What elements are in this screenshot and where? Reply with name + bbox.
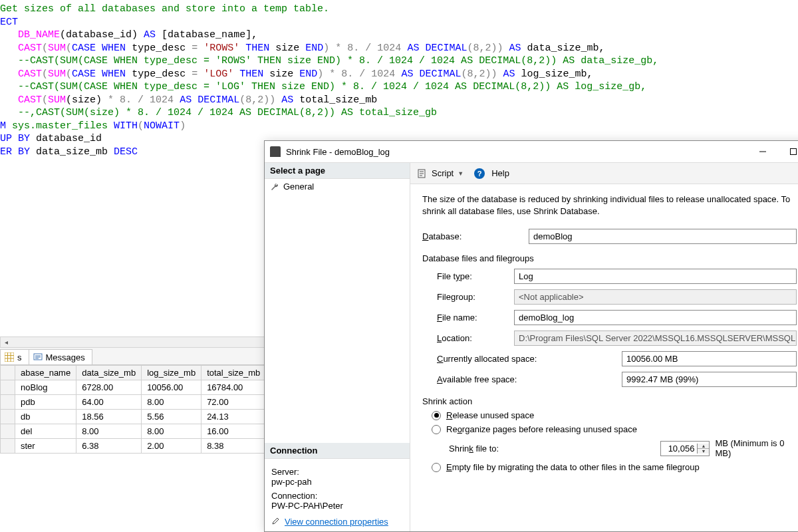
shrink-action-title: Shrink action [422, 396, 797, 406]
grid-cell[interactable]: 24.13 [201, 410, 266, 424]
col-header[interactable]: log_size_mb [142, 366, 201, 380]
grid-cell[interactable]: pdb [15, 395, 76, 410]
results-panel: ◂ s Messages abase_name data_size_mb log… [0, 336, 286, 454]
description-text: The size of the database is reduced by s… [422, 194, 797, 217]
results-grid[interactable]: abase_name data_size_mb log_size_mb tota… [0, 365, 266, 454]
grid-cell[interactable]: 16.00 [201, 424, 266, 439]
radio-icon [432, 425, 441, 434]
grid-cell[interactable]: 5.56 [142, 410, 201, 424]
messages-icon [33, 352, 43, 362]
database-field[interactable]: demoBlog [529, 229, 797, 244]
connection-header: Connection [265, 443, 410, 459]
help-icon: ? [474, 168, 485, 179]
scroll-left-icon[interactable]: ◂ [1, 337, 12, 347]
col-header[interactable]: abase_name [15, 366, 76, 380]
minimize-button[interactable] [747, 142, 778, 162]
svg-rect-0 [5, 352, 14, 362]
radio-icon [432, 411, 441, 420]
horizontal-scrollbar[interactable]: ◂ [0, 336, 286, 348]
results-tabs: s Messages [0, 348, 286, 365]
grid-cell[interactable]: 64.00 [76, 395, 142, 410]
grid-cell[interactable]: 8.00 [76, 424, 142, 439]
grid-cell[interactable]: 8.00 [142, 424, 201, 439]
shrink-to-value: 10,056 [661, 444, 698, 454]
grid-cell[interactable]: 8.00 [142, 395, 201, 410]
grid-cell[interactable]: ster [15, 439, 76, 454]
shrink-to-spinner[interactable]: 10,056 ▲ ▼ [660, 441, 710, 456]
spinner-down-icon[interactable]: ▼ [698, 449, 709, 454]
tab-results-label: s [17, 352, 22, 362]
row-header[interactable] [1, 380, 15, 395]
page-general-label: General [283, 182, 314, 192]
wrench-icon [270, 182, 279, 192]
tab-messages-label: Messages [46, 352, 85, 362]
table-row[interactable]: ster6.382.008.38 [1, 439, 266, 454]
shrink-file-dialog: Shrink File - demoBlog_log Select a page… [264, 140, 798, 532]
table-row[interactable]: del8.008.0016.00 [1, 424, 266, 439]
properties-icon [271, 516, 281, 527]
option-empty-file[interactable]: Empty file by migrating the data to othe… [432, 462, 797, 472]
location-label: Location: [422, 333, 507, 343]
option-reorganize[interactable]: Reorganize pages before releasing unused… [432, 424, 797, 434]
help-button[interactable]: Help [491, 168, 509, 178]
available-field: 9992.47 MB (99%) [622, 372, 797, 387]
shrink-to-unit: MB (Minimum is 0 MB) [715, 438, 797, 458]
grid-cell[interactable]: 2.00 [142, 439, 201, 454]
grid-cell[interactable]: 8.38 [201, 439, 266, 454]
grid-cell[interactable]: 6728.00 [76, 380, 142, 395]
row-header[interactable] [1, 439, 15, 454]
radio-icon [432, 463, 441, 472]
grid-cell[interactable]: 18.56 [76, 410, 142, 424]
option-release-unused[interactable]: Release unused space [432, 410, 797, 420]
script-button[interactable]: Script [432, 168, 454, 178]
page-general[interactable]: General [265, 179, 410, 194]
grid-cell[interactable]: 10056.00 [142, 380, 201, 395]
grid-cell[interactable]: 6.38 [76, 439, 142, 454]
svg-rect-10 [791, 149, 797, 155]
sql-comment: Get sizes of all databases and store int… [0, 3, 329, 15]
filename-field[interactable]: demoBlog_log [514, 310, 797, 325]
row-header[interactable] [1, 424, 15, 439]
table-row[interactable]: pdb64.008.0072.00 [1, 395, 266, 410]
spinner-up-icon[interactable]: ▲ [698, 444, 709, 449]
files-section-title: Database files and filegroups [422, 253, 797, 263]
row-header[interactable] [1, 410, 15, 424]
row-header[interactable] [1, 395, 15, 410]
server-label: Server: [271, 467, 403, 477]
grid-cell[interactable]: 16784.00 [201, 380, 266, 395]
grid-cell[interactable]: noBlog [15, 380, 76, 395]
tab-messages[interactable]: Messages [29, 349, 92, 364]
filetype-label: File type: [422, 271, 507, 281]
col-header[interactable]: total_size_mb [201, 366, 266, 380]
script-icon [417, 168, 428, 179]
available-label: Available free space: [422, 374, 615, 384]
script-dropdown-icon[interactable]: ▼ [458, 170, 464, 177]
table-row[interactable]: db18.565.5624.13 [1, 410, 266, 424]
grid-icon [5, 352, 14, 362]
titlebar[interactable]: Shrink File - demoBlog_log [265, 141, 798, 162]
dialog-title: Shrink File - demoBlog_log [286, 147, 390, 157]
right-pane: Script ▼ ? Help The size of the database… [410, 163, 798, 531]
shrink-to-label: Shrink file to: [449, 444, 655, 454]
allocated-label: Currently allocated space: [422, 354, 615, 364]
dialog-toolbar: Script ▼ ? Help [410, 163, 798, 184]
connection-label: Connection: [271, 491, 403, 501]
server-value: pw-pc-pah [271, 477, 403, 487]
view-connection-properties-link[interactable]: View connection properties [271, 516, 403, 527]
grid-cell[interactable]: del [15, 424, 76, 439]
table-row[interactable]: noBlog6728.0010056.0016784.00 [1, 380, 266, 395]
allocated-field: 10056.00 MB [622, 351, 797, 366]
database-icon [270, 146, 281, 157]
grid-cell[interactable]: 72.00 [201, 395, 266, 410]
maximize-button[interactable] [778, 142, 798, 162]
location-field: D:\Program Files\SQL Server 2022\MSSQL16… [514, 331, 797, 346]
select-page-header: Select a page [265, 163, 410, 179]
tab-results[interactable]: s [0, 349, 29, 364]
grid-corner[interactable] [1, 366, 15, 380]
connection-value: PW-PC-PAH\Peter [271, 501, 403, 511]
grid-cell[interactable]: db [15, 410, 76, 424]
col-header[interactable]: data_size_mb [76, 366, 142, 380]
database-label: Database: [422, 231, 522, 241]
sql-editor[interactable]: Get sizes of all databases and store int… [0, 0, 798, 158]
filetype-field[interactable]: Log [514, 269, 797, 284]
